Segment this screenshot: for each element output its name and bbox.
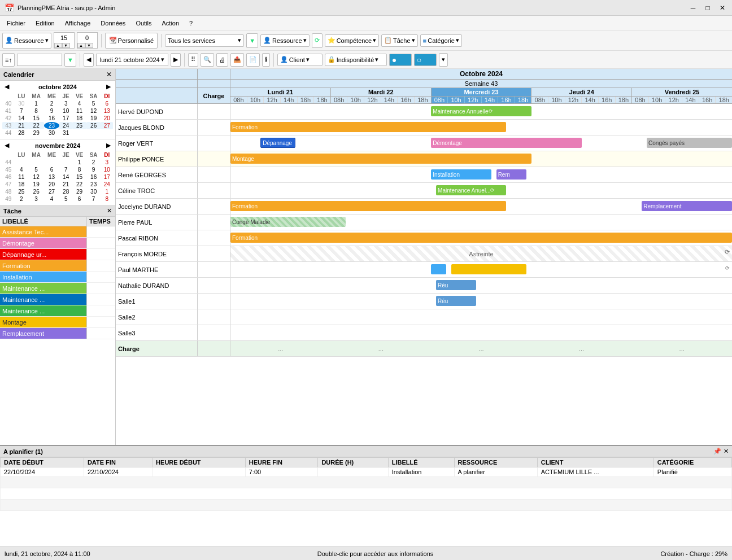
task-montage-philippe[interactable]: Montage [230,154,531,164]
task2-paul[interactable] [451,264,526,274]
date-display[interactable]: lundi 21 octobre 2024 ▾ [96,54,168,66]
services-dropdown[interactable]: Tous les services ▾ [165,34,244,47]
task-rem-rene[interactable]: Rem [496,169,526,180]
task-demontage-roger[interactable]: Démontage [431,138,581,148]
menu-action[interactable]: Action [158,19,184,28]
planifier-row-1[interactable]: 22/10/2024 22/10/2024 7:00 Installation … [1,467,732,477]
num-input1[interactable]: 15 [54,33,74,43]
row-timeline-pierre[interactable]: Congé Maladie [230,215,732,230]
minimize-button[interactable]: ─ [688,3,698,13]
gantt-scroll[interactable]: Octobre 2024 Semaine 43 Charge Lundi 21 [116,69,732,445]
cal-next-oct[interactable]: ▶ [104,83,113,90]
task-reunion-nathalie[interactable]: Réu [436,280,476,290]
row-timeline-salle2[interactable] [230,309,732,325]
toggle2-button[interactable]: ○ [414,54,437,66]
task-remplacement-jocelyne[interactable]: Remplacement [642,201,732,211]
task-depannage-roger[interactable]: Dépannage [260,138,295,148]
spin-down1[interactable]: ▼ [62,43,70,48]
pdf-button[interactable]: 📄 [246,53,260,67]
task-conge-roger[interactable]: Congés payés [647,138,732,148]
row-timeline-jacques[interactable]: Formation [230,120,732,135]
print-button[interactable]: 🖨 [216,53,228,67]
menu-donnees[interactable]: Données [96,19,130,28]
resource-filter-dropdown[interactable]: 👤 Ressource ▾ [260,34,310,47]
menu-outils[interactable]: Outils [131,19,156,28]
task-formation-jocelyne[interactable]: Formation [230,201,506,211]
dots-button[interactable]: ⠿ [188,53,198,67]
tache-row-assistance[interactable]: Assistance Tec... [0,226,115,238]
menu-edition[interactable]: Edition [31,19,59,28]
row-timeline-nathalie[interactable]: Réu [230,278,732,293]
search-input[interactable] [17,54,62,66]
row-timeline-jocelyne[interactable]: Formation Remplacement [230,199,732,214]
tache-row-maint1[interactable]: Maintenance ... [0,283,115,294]
row-timeline-charge[interactable]: ... ... ... ... ... [230,341,732,356]
spin-up1[interactable]: ▲ [54,43,62,48]
tache-row-montage[interactable]: Montage [0,317,115,328]
calendar-close-button[interactable]: ✕ [106,71,112,78]
task-maint-celine[interactable]: Maintenance Anuel... ⟳ [436,185,506,195]
tache-row-maint3[interactable]: Maintenance ... [0,305,115,317]
client-dropdown[interactable]: 👤 Client ▾ [277,54,323,66]
indisponibilite-dropdown[interactable]: 🔒 Indisponibilité ▾ [325,54,387,66]
row-timeline-celine[interactable]: Maintenance Anuel... ⟳ [230,183,732,198]
maximize-button[interactable]: □ [703,3,713,13]
categorie-dropdown[interactable]: ■ Catégorie ▾ [420,34,462,47]
day-blocks: Lundi 21 08h 10h 12h 14h 16h 18h M [230,88,732,103]
search-button[interactable]: 🔍 [201,53,214,67]
toggle1-button[interactable]: ● [389,54,412,66]
next-button[interactable]: ▶ [171,53,181,67]
row-timeline-pascal[interactable]: Formation [230,230,732,246]
row-timeline-philippe[interactable]: Montage [230,151,732,167]
export-button[interactable]: 📤 [230,53,244,67]
cal-prev-oct[interactable]: ◀ [2,83,11,90]
tache-row-maint2[interactable]: Maintenance ... [0,294,115,305]
row-timeline-salle1[interactable]: Réu [230,294,732,309]
bottom-pin-button[interactable]: 📌 [713,448,721,455]
filter2-button[interactable]: ▼ [64,53,76,67]
cal-today[interactable]: 23 [44,122,59,129]
cal-next-nov[interactable]: ▶ [104,142,113,149]
nov-week46: 46 11121314 151617 [2,173,113,181]
row-timeline-herve[interactable]: Maintenance Annuelle ⟳ [230,104,732,119]
row-timeline-salle3[interactable] [230,325,732,340]
spin-down2[interactable]: ▼ [85,43,93,48]
tache-row-demontage[interactable]: Démontage [0,238,115,249]
tache-dropdown[interactable]: 📋 Tâche ▾ [381,34,418,47]
row-timeline-francois[interactable]: Astreinte ⟳ [230,246,732,261]
task-install-rene[interactable]: Installation [431,169,491,180]
prev-button[interactable]: ◀ [84,53,94,67]
resource-button[interactable]: 👤 Ressource ▾ [2,33,51,49]
nav-button1[interactable]: ⟳ [312,33,323,48]
menu-affichage[interactable]: Affichage [60,19,95,28]
task-formation-jacques[interactable]: Formation [230,122,506,132]
row-timeline-paul[interactable]: ⟳ [230,262,732,277]
tache-row-installation[interactable]: Installation [0,272,115,283]
menu-fichier[interactable]: Fichier [2,19,30,28]
toggle3-button[interactable]: ▾ [439,53,448,67]
row-timeline-roger[interactable]: Dépannage Démontage Congés payés [230,135,732,151]
filter-button[interactable]: ▼ [246,33,258,48]
info-button[interactable]: ℹ [262,53,270,67]
spin-up2[interactable]: ▲ [77,43,85,48]
task1-paul[interactable] [431,264,446,274]
row-timeline-rene[interactable]: Installation Rem [230,167,732,182]
num-spinner2[interactable]: 0 ▲ ▼ [77,32,98,49]
task-congemaladie-pierre[interactable]: Congé Maladie [230,217,346,227]
task-formation-pascal[interactable]: Formation [230,233,732,243]
num-input2[interactable]: 0 [77,33,97,43]
task-reunion-salle1[interactable]: Réu [436,296,476,306]
num-spinner1[interactable]: 15 ▲ ▼ [54,32,75,49]
task-maint-herve[interactable]: Maintenance Annuelle ⟳ [431,106,531,116]
close-button[interactable]: ✕ [717,3,727,13]
tache-row-formation[interactable]: Formation [0,260,115,272]
sort-button[interactable]: ≡↑ [2,53,15,67]
tache-row-remplacement[interactable]: Remplacement [0,328,115,339]
tache-row-depannage[interactable]: Dépannage ur... [0,249,115,260]
bottom-close-button[interactable]: ✕ [724,448,729,455]
tache-close-button[interactable]: ✕ [107,207,112,215]
menu-help[interactable]: ? [185,19,197,28]
cal-prev-nov[interactable]: ◀ [2,142,11,149]
personalize-button[interactable]: 📆 Personnalisé [105,33,158,49]
competence-dropdown[interactable]: ⭐ Compétence ▾ [325,34,379,47]
